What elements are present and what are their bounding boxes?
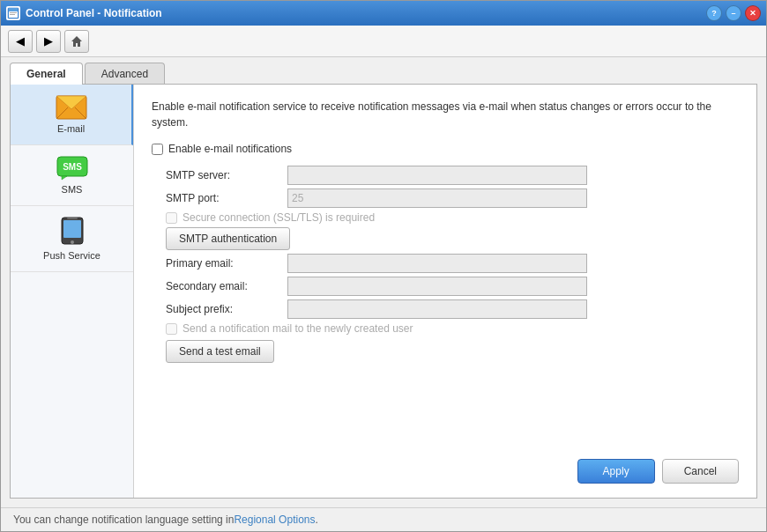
smtp-port-input[interactable] [287, 188, 587, 208]
enable-email-row: Enable e-mail notifications [152, 143, 739, 155]
secondary-email-label: Secondary email: [166, 280, 280, 292]
svg-point-16 [71, 240, 74, 244]
sms-icon: SMS [56, 156, 88, 181]
window-title: Control Panel - Notification [26, 7, 162, 19]
sidebar-item-push[interactable]: Push Service [11, 206, 133, 272]
secondary-email-input[interactable] [287, 277, 587, 296]
sidebar-item-email[interactable]: E-mail [11, 85, 133, 145]
sidebar-label-sms: SMS [62, 184, 83, 195]
apply-button[interactable]: Apply [577, 459, 655, 484]
cancel-button[interactable]: Cancel [662, 459, 739, 484]
forward-button[interactable]: ▶ [36, 30, 61, 53]
back-button[interactable]: ◀ [8, 30, 33, 53]
home-button[interactable] [64, 30, 89, 53]
subject-prefix-input[interactable] [287, 299, 587, 319]
send-test-button[interactable]: Send a test email [166, 340, 274, 363]
main-window: Control Panel - Notification ? – ✕ ◀ ▶ G… [0, 0, 767, 532]
smtp-auth-row: SMTP authentication [166, 227, 739, 250]
regional-options-link[interactable]: Regional Options [234, 514, 315, 526]
smtp-server-label: SMTP server: [166, 169, 280, 181]
close-button[interactable]: ✕ [745, 5, 761, 21]
smtp-auth-button[interactable]: SMTP authentication [166, 227, 290, 250]
content-panel: E-mail SMS SMS [10, 84, 757, 499]
sidebar-label-email: E-mail [57, 123, 85, 134]
form-fields: SMTP server: SMTP port: Secure connectio… [152, 166, 739, 366]
right-panel: Enable e-mail notification service to re… [134, 85, 756, 498]
main-content: E-mail SMS SMS [1, 85, 766, 507]
svg-rect-2 [9, 8, 18, 11]
sidebar: E-mail SMS SMS [11, 85, 134, 498]
email-icon [56, 95, 87, 120]
subject-prefix-label: Subject prefix: [166, 303, 280, 315]
sidebar-label-push: Push Service [43, 250, 101, 261]
minimize-button[interactable]: – [726, 5, 741, 21]
primary-email-label: Primary email: [166, 257, 280, 270]
secure-connection-row: Secure connection (SSL/TLS) is required [166, 211, 739, 224]
bottom-bar: You can change notification language set… [1, 507, 766, 531]
footer-text: You can change notification language set… [13, 514, 234, 526]
send-notification-checkbox[interactable] [166, 323, 177, 335]
titlebar-left: Control Panel - Notification [6, 6, 162, 20]
smtp-port-row: SMTP port: [166, 188, 739, 208]
secure-connection-checkbox[interactable] [166, 212, 177, 224]
tab-general[interactable]: General [10, 63, 83, 85]
secondary-email-row: Secondary email: [166, 277, 739, 296]
smtp-port-label: SMTP port: [166, 192, 280, 204]
svg-marker-11 [62, 176, 67, 180]
titlebar: Control Panel - Notification ? – ✕ [1, 1, 766, 26]
titlebar-controls: ? – ✕ [706, 5, 761, 21]
svg-rect-3 [10, 12, 17, 13]
description-text: Enable e-mail notification service to re… [152, 99, 739, 130]
smtp-server-row: SMTP server: [166, 166, 739, 185]
svg-text:SMS: SMS [63, 162, 82, 172]
svg-rect-4 [10, 14, 15, 15]
svg-marker-5 [71, 36, 82, 47]
toolbar: ◀ ▶ [1, 26, 766, 57]
push-icon [60, 217, 85, 247]
secure-connection-label: Secure connection (SSL/TLS) is required [182, 211, 375, 224]
smtp-server-input[interactable] [287, 166, 587, 185]
tab-advanced[interactable]: Advanced [85, 63, 165, 85]
bottom-actions: Apply Cancel [152, 459, 739, 484]
sidebar-item-sms[interactable]: SMS SMS [11, 145, 133, 206]
send-notification-label: Send a notification mail to the newly cr… [182, 322, 413, 335]
svg-rect-14 [63, 220, 81, 238]
enable-email-checkbox[interactable] [152, 144, 163, 155]
primary-email-input[interactable] [287, 254, 587, 273]
svg-rect-15 [67, 218, 78, 219]
footer-text-end: . [315, 514, 317, 526]
enable-email-label: Enable e-mail notifications [168, 143, 292, 155]
send-notification-row: Send a notification mail to the newly cr… [166, 322, 739, 335]
window-icon [6, 6, 20, 20]
send-test-row: Send a test email [166, 340, 739, 363]
primary-email-row: Primary email: [166, 254, 739, 273]
subject-prefix-row: Subject prefix: [166, 299, 739, 319]
tabs-area: General Advanced [1, 57, 766, 85]
help-button[interactable]: ? [706, 5, 722, 21]
